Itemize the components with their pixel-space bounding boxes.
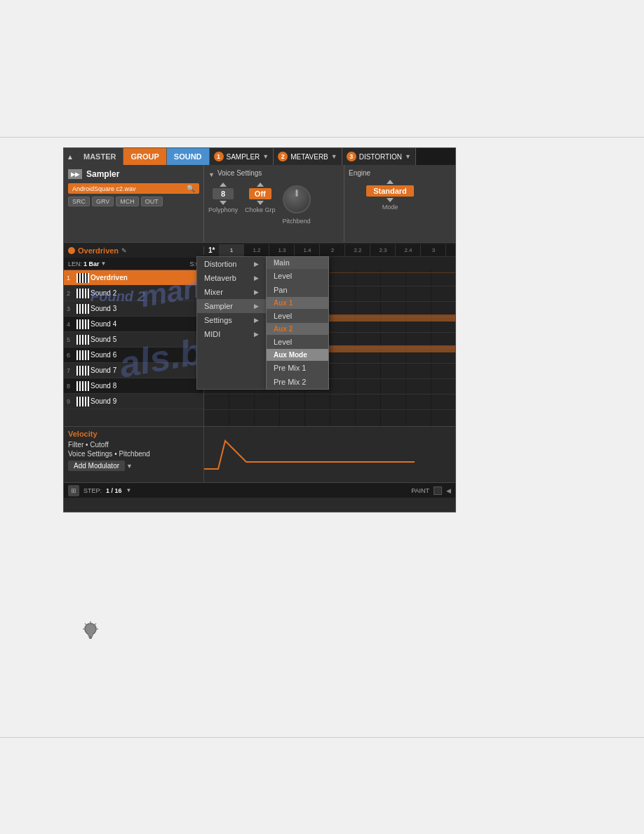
sub-premix1[interactable]: Pre Mix 1: [267, 361, 328, 375]
track-item-1[interactable]: 1 Overdriven: [64, 270, 203, 286]
sub-pan[interactable]: Pan: [267, 283, 328, 297]
track-num-1: 1: [67, 274, 76, 282]
ctx-sampler[interactable]: Sampler ▶: [197, 299, 266, 313]
track-mini-keys-3: [76, 304, 89, 314]
len-value[interactable]: 1 Bar: [83, 260, 100, 267]
len-arrow[interactable]: ▼: [101, 260, 107, 267]
engine-mode-up[interactable]: [387, 180, 394, 184]
choke-grp-up[interactable]: [257, 183, 264, 187]
track-mini-keys-8: [76, 381, 89, 391]
sampler-file-name: AndroidSquare c2.wav: [72, 185, 187, 192]
ctx-distortion[interactable]: Distortion ▶: [197, 257, 266, 271]
plugin-num-3: 3: [347, 152, 356, 161]
track-mini-keys-9: [76, 397, 89, 406]
pattern-beat[interactable]: 1*: [208, 246, 215, 254]
polyphony-down[interactable]: [220, 201, 227, 205]
tl-1.4: 1.4: [295, 244, 320, 257]
track-item-8[interactable]: 8 Sound 8: [64, 378, 203, 394]
track-name-1: Overdriven: [90, 274, 201, 282]
track-list: LEN: 1 Bar ▼ S:0 1 Overdriven 2 Sound 2: [64, 258, 204, 426]
step-value: 1 / 16: [106, 487, 122, 494]
choke-grp-down[interactable]: [257, 201, 264, 205]
pitchbend-knob[interactable]: [283, 185, 311, 213]
top-bar: ▲ MASTER GROUP SOUND 1 SAMPLER ▼ 2 METAV…: [64, 148, 455, 165]
plugin-slot-3[interactable]: 3 DISTORTION ▼: [342, 148, 416, 165]
tl-1.2: 1.2: [244, 244, 269, 257]
grid-icon: ⊞: [71, 487, 76, 494]
step-arrow[interactable]: ▼: [126, 487, 132, 494]
pattern-name[interactable]: Overdriven: [78, 246, 119, 255]
sub-level-main[interactable]: Level: [267, 269, 328, 283]
add-modulator-button[interactable]: Add Modulator: [68, 461, 125, 471]
modulator-graph: [204, 427, 455, 482]
sampler-file-selector[interactable]: AndroidSquare c2.wav 🔍: [68, 183, 199, 194]
status-icon: ⊞: [68, 485, 79, 496]
add-modulator-arrow[interactable]: ▼: [126, 463, 133, 470]
track-item-6[interactable]: 6 Sound 6: [64, 348, 203, 363]
search-icon[interactable]: 🔍: [187, 185, 195, 192]
plugin-arrow-1[interactable]: ▼: [262, 153, 269, 160]
tab-group[interactable]: GROUP: [123, 148, 166, 165]
plugin-name-1: SAMPLER: [227, 153, 260, 161]
modulator-area: Velocity Filter • Cutoff Voice Settings …: [64, 426, 455, 482]
lightbulb-icon: [79, 620, 102, 642]
polyphony-value[interactable]: 8: [213, 188, 234, 199]
ctx-mixer-arrow: ▶: [254, 289, 259, 296]
sub-level-aux1[interactable]: Level: [267, 309, 328, 323]
divider-bottom: [0, 737, 644, 738]
engine-mode-down[interactable]: [387, 198, 394, 202]
track-num-7: 7: [67, 367, 76, 374]
engine-mode: Standard Mode: [349, 180, 431, 211]
ctx-midi[interactable]: MIDI ▶: [197, 327, 266, 341]
sub-premix2[interactable]: Pre Mix 2: [267, 375, 328, 389]
src-button[interactable]: SRC: [68, 197, 90, 206]
sub-header-aux2: Aux 2: [267, 323, 328, 335]
modulator-param-2[interactable]: Voice Settings • Pitchbend: [68, 450, 199, 458]
track-num-6: 6: [67, 352, 76, 359]
out-button[interactable]: OUT: [141, 197, 163, 206]
tab-scroll-left[interactable]: ▲: [64, 148, 76, 165]
polyphony-up[interactable]: [220, 183, 227, 187]
modulator-param-1[interactable]: Filter • Cutoff: [68, 441, 199, 449]
paint-checkbox[interactable]: [434, 486, 442, 495]
tab-master[interactable]: MASTER: [76, 148, 123, 165]
tab-sound[interactable]: SOUND: [167, 148, 210, 165]
grv-button[interactable]: GRV: [92, 197, 114, 206]
track-num-5: 5: [67, 336, 76, 343]
voice-controls: 8 Polyphony Off Choke Grp Pitchbend: [208, 183, 340, 225]
step-label: STEP:: [83, 487, 102, 494]
ctx-mixer[interactable]: Mixer ▶: [197, 285, 266, 299]
plugin-arrow-3[interactable]: ▼: [405, 153, 411, 160]
track-name-7: Sound 7: [90, 366, 201, 374]
track-name-9: Sound 9: [90, 397, 201, 405]
engine-mode-value[interactable]: Standard: [366, 185, 414, 197]
sub-header-main: Main: [267, 257, 328, 269]
page-container: ▲ MASTER GROUP SOUND 1 SAMPLER ▼ 2 METAV…: [0, 0, 644, 834]
svg-rect-3: [89, 637, 92, 639]
scroll-left-icon[interactable]: ◀: [446, 487, 451, 494]
pitchbend-control: Pitchbend: [283, 183, 311, 225]
plugin-arrow-2[interactable]: ▼: [331, 153, 337, 160]
plugin-slot-2[interactable]: 2 METAVERB ▼: [274, 148, 342, 165]
context-menu-main: Distortion ▶ Metaverb ▶ Mixer ▶ Sampler …: [196, 256, 267, 390]
choke-grp-control: Off Choke Grp: [245, 183, 276, 213]
track-mini-keys-1: [76, 273, 89, 283]
track-item-4[interactable]: 4 Sound 4: [64, 317, 203, 332]
track-item-5[interactable]: 5 Sound 5: [64, 332, 203, 348]
ctx-settings[interactable]: Settings ▶: [197, 313, 266, 327]
pattern-edit-icon[interactable]: ✎: [121, 247, 127, 254]
track-item-3[interactable]: 3 Sound 3: [64, 301, 203, 317]
tl-1: 1: [219, 244, 244, 257]
choke-grp-value[interactable]: Off: [249, 188, 271, 199]
track-item-7[interactable]: 7 Sound 7: [64, 363, 203, 378]
mch-button[interactable]: MCH: [116, 197, 139, 206]
sampler-section: ▶▶ Sampler AndroidSquare c2.wav 🔍 SRC GR…: [64, 165, 204, 242]
ctx-settings-arrow: ▶: [254, 317, 259, 324]
ctx-metaverb[interactable]: Metaverb ▶: [197, 271, 266, 285]
engine-label: Engine: [349, 169, 431, 177]
track-item-2[interactable]: 2 Sound 2: [64, 286, 203, 301]
plugin-slot-1[interactable]: 1 SAMPLER ▼: [210, 148, 274, 165]
sub-level-aux2[interactable]: Level: [267, 335, 328, 349]
track-item-9[interactable]: 9 Sound 9: [64, 394, 203, 409]
len-bar-row: LEN: 1 Bar ▼ S:0: [64, 258, 203, 270]
